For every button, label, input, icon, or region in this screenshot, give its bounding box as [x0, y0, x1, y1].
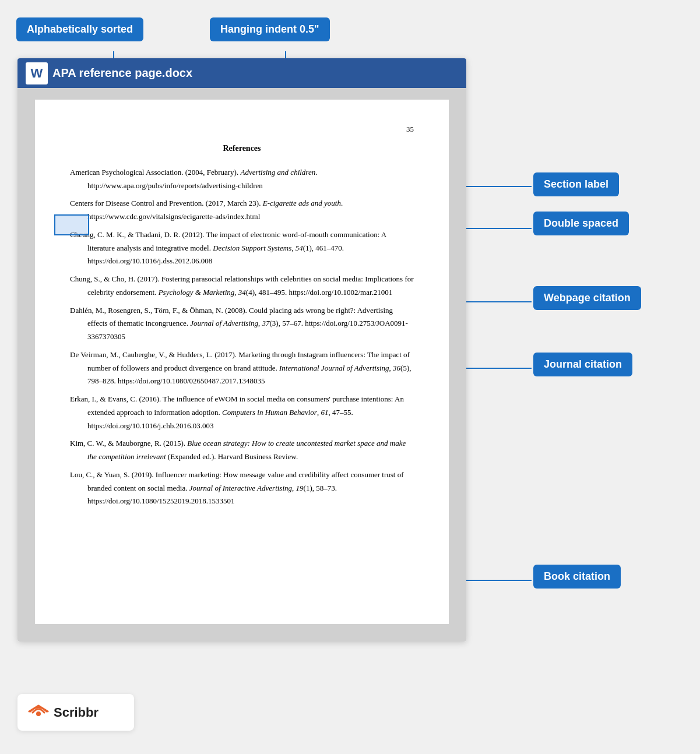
scribbr-svg-icon: [28, 700, 49, 721]
ref-entry-dahlen2008: Dahlén, M., Rosengren, S., Törn, F., & Ö…: [70, 304, 414, 344]
ref-text-cdc2017: Centers for Disease Control and Preventi…: [70, 197, 414, 224]
word-title: APA reference page.docx: [52, 66, 192, 80]
page-number: 35: [70, 123, 414, 136]
main-container: Alphabetically sorted Hanging indent 0.5…: [0, 0, 700, 754]
ref-entry-lou2019: Lou, C., & Yuan, S. (2019). Influencer m…: [70, 468, 414, 508]
ref-entry-erkan2016: Erkan, I., & Evans, C. (2016). The influ…: [70, 393, 414, 432]
ref-text-lou2019: Lou, C., & Yuan, S. (2019). Influencer m…: [70, 468, 414, 508]
journal-citation-badge: Journal citation: [533, 353, 632, 376]
word-icon-letter: W: [31, 66, 43, 81]
ref-text-cheung2012: Cheung, C. M. K., & Thadani, D. R. (2012…: [70, 228, 414, 268]
ref-entry-apa2004: American Psychological Association. (200…: [70, 166, 414, 193]
word-titlebar: W APA reference page.docx: [17, 58, 466, 88]
scribbr-icon: [28, 700, 49, 725]
book-citation-badge: Book citation: [533, 565, 621, 589]
document-page: 35 References American Psychological Ass…: [35, 100, 449, 624]
ref-entry-chung2017: Chung, S., & Cho, H. (2017). Fostering p…: [70, 273, 414, 300]
svg-point-7: [36, 711, 41, 716]
ref-entry-cdc2017: Centers for Disease Control and Preventi…: [70, 197, 414, 224]
webpage-citation-badge: Webpage citation: [533, 286, 641, 310]
ref-entry-kim2015: Kim, C. W., & Mauborgne, R. (2015). Blue…: [70, 437, 414, 464]
ref-text-chung2017: Chung, S., & Cho, H. (2017). Fostering p…: [70, 273, 414, 300]
ref-text-apa2004: American Psychological Association. (200…: [70, 166, 414, 193]
word-content: 35 References American Psychological Ass…: [17, 88, 466, 642]
section-label-badge: Section label: [533, 172, 619, 196]
references-heading: References: [70, 142, 414, 156]
hanging-indent-label: Hanging indent 0.5": [210, 17, 330, 41]
scribbr-footer: Scribbr: [17, 694, 134, 731]
word-window: W APA reference page.docx 35 References …: [17, 58, 466, 642]
ref-entry-cheung2012: Cheung, C. M. K., & Thadani, D. R. (2012…: [70, 228, 414, 268]
ref-entry-deveirman2017: De Veirman, M., Cauberghe, V., & Hudders…: [70, 348, 414, 388]
ref-text-erkan2016: Erkan, I., & Evans, C. (2016). The influ…: [70, 393, 414, 432]
ref-text-dahlen2008: Dahlén, M., Rosengren, S., Törn, F., & Ö…: [70, 304, 414, 344]
ref-text-kim2015: Kim, C. W., & Mauborgne, R. (2015). Blue…: [70, 437, 414, 464]
ref-text-deveirman2017: De Veirman, M., Cauberghe, V., & Hudders…: [70, 348, 414, 388]
alphabetically-sorted-label: Alphabetically sorted: [16, 17, 143, 41]
scribbr-name: Scribbr: [54, 705, 99, 720]
word-icon: W: [26, 62, 48, 84]
double-spaced-badge: Double spaced: [533, 212, 629, 235]
